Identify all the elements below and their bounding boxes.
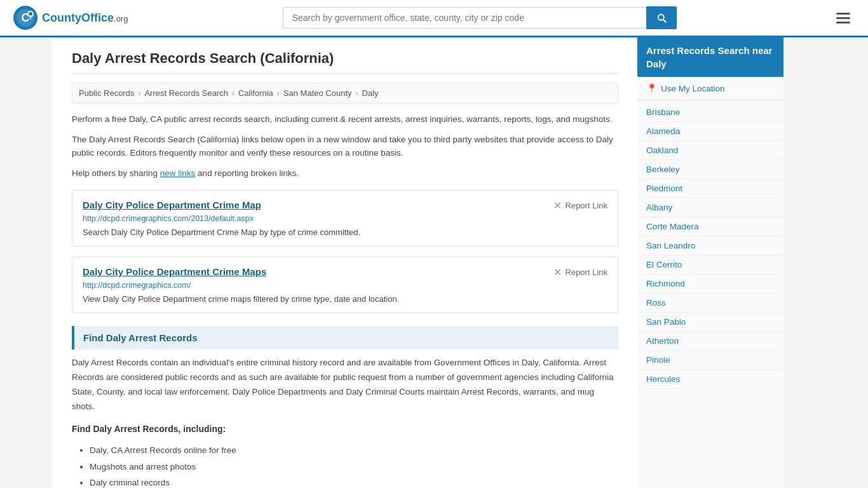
sidebar-link-albany[interactable]: Albany [637,198,783,217]
find-description: Daly Arrest Records contain an individua… [72,356,618,414]
sidebar-link-oakland[interactable]: Oakland [637,141,783,160]
find-section-header: Find Daly Arrest Records [72,326,618,349]
new-links-link[interactable]: new links [160,168,196,178]
sidebar-link-piedmont[interactable]: Piedmont [637,179,783,198]
sidebar: Arrest Records Search near Daly 📍 Use My… [637,37,783,488]
resource-item-2: Daly City Police Department Crime Maps ✕… [72,257,618,313]
use-my-location-link[interactable]: Use My Location [661,84,725,93]
hamburger-icon [836,13,850,24]
resource-title-1[interactable]: Daly City Police Department Crime Map [83,200,261,210]
page-title: Daly Arrest Records Search (California) [72,50,618,74]
list-item: Mugshots and arrest photos [90,459,618,475]
find-section: Daly Arrest Records contain an individua… [72,356,618,488]
logo-text: CountyOffice.org [42,11,128,25]
content-area: Daly Arrest Records Search (California) … [53,37,637,488]
list-item: Daly, CA Arrest Records online for free [90,442,618,459]
sidebar-link-atherton[interactable]: Atherton [637,332,783,351]
breadcrumb-san-mateo[interactable]: San Mateo County [283,88,352,98]
sidebar-link-pinole[interactable]: Pinole [637,351,783,370]
sidebar-link-alameda[interactable]: Alameda [637,122,783,141]
report-link-button-1[interactable]: ✕ Report Link [553,200,607,212]
breadcrumb-daly[interactable]: Daly [362,88,379,98]
resource-url-2[interactable]: http://dcpd.crimegraphics.com/ [83,281,607,290]
search-input[interactable] [283,7,646,29]
sidebar-link-el-cerrito[interactable]: El Cerrito [637,255,783,274]
report-icon-2: ✕ [553,266,562,278]
logo-icon: C [13,5,38,30]
sidebar-title: Arrest Records Search near Daly [637,37,783,77]
resource-item-1: Daly City Police Department Crime Map ✕ … [72,190,618,247]
resource-url-1[interactable]: http://dcpd.crimegraphics.com/2013/defau… [83,214,607,223]
pin-icon: 📍 [646,83,657,93]
description-2: The Daly Arrest Records Search (Californ… [72,133,618,160]
sidebar-link-ross[interactable]: Ross [637,294,783,313]
report-link-button-2[interactable]: ✕ Report Link [553,266,607,278]
header: C CountyOffice.org [0,0,868,37]
resource-desc-2: View Daly City Police Department crime m… [83,294,399,304]
sidebar-link-san-leandro[interactable]: San Leandro [637,236,783,255]
search-area [283,6,677,29]
sidebar-link-corte-madera[interactable]: Corte Madera [637,217,783,236]
report-icon-1: ✕ [553,200,562,212]
sidebar-links: Brisbane Alameda Oakland Berkeley Piedmo… [637,100,783,391]
search-button[interactable] [646,6,677,29]
find-items-list: Daly, CA Arrest Records online for free … [72,442,618,488]
resource-desc-1: Search Daly City Police Department Crime… [83,227,360,237]
sidebar-use-location: 📍 Use My Location [637,77,783,100]
sidebar-link-hercules[interactable]: Hercules [637,370,783,389]
breadcrumb-arrest-records[interactable]: Arrest Records Search [144,88,228,98]
logo-area: C CountyOffice.org [13,5,128,30]
description-1: Perform a free Daly, CA public arrest re… [72,112,618,126]
breadcrumb-california[interactable]: California [238,88,273,98]
find-subheader: Find Daly Arrest Records, including: [72,422,618,437]
description-3: Help others by sharing new links and rep… [72,166,618,180]
sidebar-link-brisbane[interactable]: Brisbane [637,103,783,122]
resource-title-2[interactable]: Daly City Police Department Crime Maps [83,266,266,277]
breadcrumb-public-records[interactable]: Public Records [79,88,134,98]
list-item: Daly criminal records [90,475,618,488]
sidebar-link-richmond[interactable]: Richmond [637,274,783,294]
search-icon [656,12,667,24]
sidebar-link-san-pablo[interactable]: San Pablo [637,313,783,332]
main-container: Daly Arrest Records Search (California) … [53,37,815,488]
breadcrumb: Public Records › Arrest Records Search ›… [72,83,618,104]
hamburger-menu-button[interactable] [831,10,855,26]
sidebar-link-berkeley[interactable]: Berkeley [637,160,783,179]
